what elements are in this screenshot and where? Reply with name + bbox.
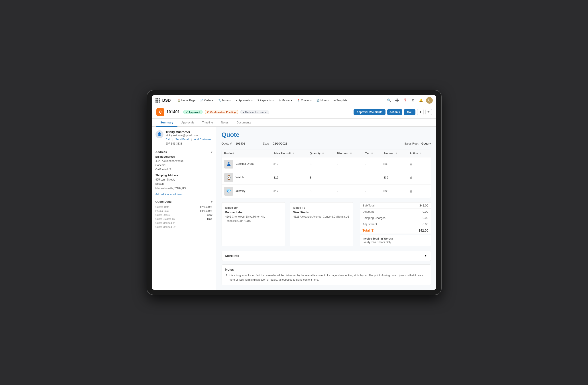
download-button[interactable]: ⬇: [417, 109, 424, 115]
dot-icon: ●: [243, 111, 244, 113]
customer-actions: Call | Send Email | Add Customer: [166, 138, 211, 141]
more-info-header[interactable]: More Info ▼: [225, 254, 427, 258]
discount-label: Discount: [363, 210, 374, 213]
template-icon: ✉: [334, 99, 336, 102]
add-icon[interactable]: ➕: [394, 97, 400, 103]
nav-approvals[interactable]: ✔ Approvals ▾: [233, 97, 255, 103]
note-item: It is a long established fact that a rea…: [229, 273, 427, 282]
col-discount[interactable]: Discount ⇅: [334, 150, 362, 158]
invoice-words-label: Invoice Total (In Words): [363, 237, 428, 240]
nav-payments[interactable]: $ Payments ▾: [255, 97, 276, 103]
mail-button[interactable]: Mail: [404, 109, 415, 115]
nav-order[interactable]: 📄 Order ▾: [198, 97, 216, 103]
tab-approvals[interactable]: Approvals: [177, 118, 198, 127]
billed-to-title: Billed To: [294, 206, 350, 209]
delete-row-button[interactable]: 🗑: [410, 162, 413, 166]
product-name: Watch: [235, 176, 244, 179]
tab-summary[interactable]: Summary: [156, 118, 177, 127]
invoice-words-value: Fourty Two Dollars Only: [363, 241, 428, 244]
sales-rep-value: Gegory: [421, 142, 431, 145]
edit-button[interactable]: ✏: [425, 109, 432, 115]
subtotal-row: Sub Total $42.00: [360, 202, 431, 209]
col-quantity[interactable]: Quantity ⇅: [307, 150, 334, 158]
add-address-link[interactable]: Add additional address: [155, 193, 212, 196]
customer-email: trinitycustomer@gamil.com: [166, 134, 211, 137]
table-row: ⌚ Watch $12 3 - - $36 🗑: [222, 171, 431, 184]
send-email-link[interactable]: Send Email: [175, 138, 189, 141]
amount-cell: $36: [381, 171, 407, 184]
customer-avatar-icon: 👤: [155, 130, 164, 138]
sales-rep-label: Sales Rep :: [404, 142, 419, 145]
product-icon: 💎: [224, 187, 233, 196]
call-link[interactable]: Call: [166, 138, 170, 141]
tab-timeline[interactable]: Timeline: [198, 118, 217, 127]
delete-row-button[interactable]: 🗑: [410, 189, 413, 193]
nav-master[interactable]: ⚙ Master ▾: [276, 97, 294, 103]
nav-routes[interactable]: 📍 Routes ▾: [295, 97, 314, 103]
grand-total-row: Total ($) $42.00: [360, 227, 431, 234]
address-toggle-icon[interactable]: ▾: [211, 150, 212, 154]
quote-detail-toggle-icon[interactable]: ▾: [211, 200, 212, 204]
col-tax[interactable]: Tax ⇅: [362, 150, 381, 158]
customer-info: 👤 Trinity Customer trinitycustomer@gamil…: [155, 130, 212, 145]
clock-icon: ◷: [207, 111, 209, 113]
discount-cell: -: [334, 171, 362, 184]
shipping-address-block: Shipping Address 425 Lynn Street, Boston…: [155, 174, 212, 190]
nav-more[interactable]: 🔄 More ▾: [314, 97, 331, 103]
tab-documents[interactable]: Documents: [232, 118, 255, 127]
user-avatar[interactable]: U: [426, 97, 433, 104]
adjustment-row: Adjustment 0.00: [360, 221, 431, 227]
quote-meta: Quote # : 101401 Date : 02/10/2021 Sales…: [222, 142, 431, 145]
sort-tax-icon: ⇅: [371, 152, 373, 155]
nav-template[interactable]: ✉ Template: [331, 97, 350, 103]
product-name: Jewelry: [235, 189, 245, 192]
quote-number-label: Quote # :: [222, 142, 233, 145]
detail-label: Quoted Date: [155, 205, 169, 208]
grid-menu-icon[interactable]: [155, 98, 160, 103]
product-table: Product Price Per unit ⇅ Quantity ⇅: [222, 150, 431, 198]
main-layout: 👤 Trinity Customer trinitycustomer@gamil…: [152, 127, 436, 290]
billed-by-name: Foobar Labs: [225, 211, 281, 214]
detail-value: 08/15/2021: [200, 210, 212, 212]
nav-issue[interactable]: 🔧 Issue ▾: [216, 97, 233, 103]
quote-detail-section-header: Quote Detail ▾: [155, 198, 212, 205]
discount-value: 0.00: [422, 210, 428, 213]
col-price[interactable]: Price Per unit ⇅: [271, 150, 307, 158]
quote-detail-title: Quote Detail: [155, 200, 172, 203]
settings-icon[interactable]: ⚙: [410, 97, 416, 103]
sort-action-icon: ⇅: [420, 152, 421, 155]
action-button[interactable]: Action ▾: [387, 109, 402, 115]
quote-title: Quote: [222, 131, 431, 138]
price-cell: $12: [271, 157, 307, 171]
nav-items: 🏠 Home Page 📄 Order ▾ 🔧 Issue ▾ ✔ Approv…: [175, 97, 385, 103]
quote-detail-row: Pricing Date 08/15/2021: [155, 209, 212, 213]
approval-recipients-button[interactable]: Approval Recipients: [354, 109, 385, 115]
payments-icon: $: [257, 99, 259, 102]
help-icon[interactable]: ❓: [402, 97, 408, 103]
qty-cell: 3: [307, 171, 334, 184]
search-icon[interactable]: 🔍: [386, 97, 392, 103]
detail-label: Quote Status: [155, 214, 170, 216]
adjustment-value: 0.00: [422, 223, 428, 226]
bell-icon[interactable]: 🔔: [418, 97, 424, 103]
price-cell: $12: [271, 171, 307, 184]
delete-row-button[interactable]: 🗑: [410, 176, 413, 180]
add-customer-link[interactable]: Add Customer: [194, 138, 211, 141]
top-nav: DSD 🏠 Home Page 📄 Order ▾ 🔧 Issue ▾ ✔: [152, 95, 436, 106]
qty-cell: 3: [307, 184, 334, 198]
col-action[interactable]: Action ⇅: [407, 150, 431, 158]
badge-mark-lost[interactable]: ● Mark as lost quote: [240, 110, 269, 114]
col-amount[interactable]: Amount ⇅: [381, 150, 407, 158]
sort-discount-icon: ⇅: [350, 152, 352, 155]
routes-icon: 📍: [297, 99, 300, 102]
nav-home[interactable]: 🏠 Home Page: [175, 97, 198, 103]
col-product[interactable]: Product: [222, 150, 271, 158]
quote-detail-row: Quote Modified By -: [155, 225, 212, 229]
customer-phone: 607-341-3338: [166, 142, 211, 145]
tab-notes[interactable]: Notes: [217, 118, 232, 127]
tabs-bar: Summary Approvals Timeline Notes Documen…: [152, 118, 436, 127]
sort-amount-icon: ⇅: [395, 152, 397, 155]
address-section-header: Address ▾: [155, 148, 212, 155]
notes-section: Notes It is a long established fact that…: [222, 264, 431, 286]
subtotal-value: $42.00: [420, 204, 428, 207]
